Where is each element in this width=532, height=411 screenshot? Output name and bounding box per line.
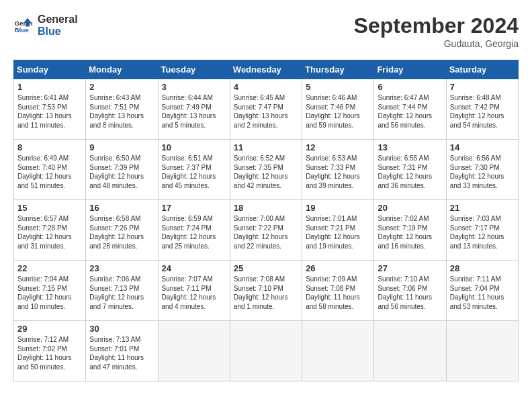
calendar-cell: 6Sunrise: 6:47 AMSunset: 7:44 PMDaylight…: [374, 79, 446, 140]
day-number: 1: [17, 82, 82, 92]
cell-text: Sunrise: 7:13 AMSunset: 7:01 PMDaylight:…: [89, 335, 154, 371]
day-number: 29: [17, 324, 82, 334]
calendar-cell: 9Sunrise: 6:50 AMSunset: 7:39 PMDaylight…: [86, 140, 158, 200]
calendar-cell: 11Sunrise: 6:52 AMSunset: 7:35 PMDayligh…: [230, 140, 302, 200]
calendar-cell: 21Sunrise: 7:03 AMSunset: 7:17 PMDayligh…: [446, 200, 518, 261]
col-header-wednesday: Wednesday: [230, 60, 302, 79]
calendar-cell: 22Sunrise: 7:04 AMSunset: 7:15 PMDayligh…: [14, 261, 86, 321]
calendar-cell: 18Sunrise: 7:00 AMSunset: 7:22 PMDayligh…: [230, 200, 302, 261]
day-number: 24: [162, 263, 226, 273]
day-number: 18: [234, 203, 298, 213]
day-number: 30: [89, 324, 154, 334]
calendar-cell: 30Sunrise: 7:13 AMSunset: 7:01 PMDayligh…: [86, 321, 158, 381]
title-block: September 2024 Gudauta, Georgia: [354, 13, 519, 49]
cell-text: Sunrise: 6:47 AMSunset: 7:44 PMDaylight:…: [378, 93, 442, 130]
cell-text: Sunrise: 6:51 AMSunset: 7:37 PMDaylight:…: [162, 154, 226, 190]
calendar-cell: 3Sunrise: 6:44 AMSunset: 7:49 PMDaylight…: [158, 79, 230, 140]
calendar-cell: [158, 321, 230, 381]
calendar-body: 1Sunrise: 6:41 AMSunset: 7:53 PMDaylight…: [14, 79, 519, 381]
cell-text: Sunrise: 7:10 AMSunset: 7:06 PMDaylight:…: [378, 275, 442, 311]
cell-text: Sunrise: 6:48 AMSunset: 7:42 PMDaylight:…: [450, 93, 515, 130]
page-header: General Blue General Blue September 2024…: [13, 13, 519, 49]
calendar-cell: 29Sunrise: 7:12 AMSunset: 7:02 PMDayligh…: [14, 321, 86, 381]
cell-text: Sunrise: 7:06 AMSunset: 7:13 PMDaylight:…: [89, 275, 154, 311]
calendar-cell: 5Sunrise: 6:46 AMSunset: 7:46 PMDaylight…: [302, 79, 374, 140]
cell-text: Sunrise: 6:45 AMSunset: 7:47 PMDaylight:…: [234, 93, 298, 130]
cell-text: Sunrise: 7:12 AMSunset: 7:02 PMDaylight:…: [17, 335, 82, 371]
day-number: 12: [306, 142, 370, 152]
day-number: 23: [89, 263, 154, 273]
calendar-table: SundayMondayTuesdayWednesdayThursdayFrid…: [13, 60, 519, 381]
cell-text: Sunrise: 7:01 AMSunset: 7:21 PMDaylight:…: [306, 214, 370, 250]
calendar-cell: 23Sunrise: 7:06 AMSunset: 7:13 PMDayligh…: [86, 261, 158, 321]
calendar-cell: 28Sunrise: 7:11 AMSunset: 7:04 PMDayligh…: [446, 261, 518, 321]
calendar-cell: 13Sunrise: 6:55 AMSunset: 7:31 PMDayligh…: [374, 140, 446, 200]
day-number: 19: [306, 203, 370, 213]
cell-text: Sunrise: 6:56 AMSunset: 7:30 PMDaylight:…: [450, 154, 515, 190]
month-title: September 2024: [354, 13, 519, 38]
logo-icon: General Blue: [13, 16, 32, 35]
day-number: 3: [162, 82, 226, 92]
cell-text: Sunrise: 6:58 AMSunset: 7:26 PMDaylight:…: [89, 214, 154, 250]
calendar-cell: 8Sunrise: 6:49 AMSunset: 7:40 PMDaylight…: [14, 140, 86, 200]
calendar-cell: 16Sunrise: 6:58 AMSunset: 7:26 PMDayligh…: [86, 200, 158, 261]
calendar-cell: 14Sunrise: 6:56 AMSunset: 7:30 PMDayligh…: [446, 140, 518, 200]
day-number: 4: [234, 82, 298, 92]
calendar-cell: 1Sunrise: 6:41 AMSunset: 7:53 PMDaylight…: [14, 79, 86, 140]
calendar-cell: 12Sunrise: 6:53 AMSunset: 7:33 PMDayligh…: [302, 140, 374, 200]
calendar-cell: 15Sunrise: 6:57 AMSunset: 7:28 PMDayligh…: [14, 200, 86, 261]
cell-text: Sunrise: 7:11 AMSunset: 7:04 PMDaylight:…: [450, 275, 515, 311]
day-number: 9: [89, 142, 154, 152]
cell-text: Sunrise: 6:46 AMSunset: 7:46 PMDaylight:…: [306, 93, 370, 130]
cell-text: Sunrise: 6:52 AMSunset: 7:35 PMDaylight:…: [234, 154, 298, 190]
week-row-2: 8Sunrise: 6:49 AMSunset: 7:40 PMDaylight…: [14, 140, 519, 200]
col-header-monday: Monday: [86, 60, 158, 79]
day-number: 25: [234, 263, 298, 273]
logo-text-general: General: [38, 13, 78, 26]
day-number: 17: [162, 203, 226, 213]
cell-text: Sunrise: 6:41 AMSunset: 7:53 PMDaylight:…: [17, 93, 82, 130]
calendar-cell: 10Sunrise: 6:51 AMSunset: 7:37 PMDayligh…: [158, 140, 230, 200]
day-number: 20: [378, 203, 442, 213]
cell-text: Sunrise: 6:59 AMSunset: 7:24 PMDaylight:…: [162, 214, 226, 250]
cell-text: Sunrise: 7:08 AMSunset: 7:10 PMDaylight:…: [234, 275, 298, 311]
calendar-cell: 4Sunrise: 6:45 AMSunset: 7:47 PMDaylight…: [230, 79, 302, 140]
svg-text:Blue: Blue: [14, 26, 29, 34]
col-header-saturday: Saturday: [446, 60, 518, 79]
day-number: 15: [17, 203, 82, 213]
calendar-cell: [374, 321, 446, 381]
calendar-cell: 24Sunrise: 7:07 AMSunset: 7:11 PMDayligh…: [158, 261, 230, 321]
week-row-1: 1Sunrise: 6:41 AMSunset: 7:53 PMDaylight…: [14, 79, 519, 140]
col-header-tuesday: Tuesday: [158, 60, 230, 79]
cell-text: Sunrise: 7:09 AMSunset: 7:08 PMDaylight:…: [306, 275, 370, 311]
day-number: 14: [450, 142, 515, 152]
day-number: 8: [17, 142, 82, 152]
col-header-thursday: Thursday: [302, 60, 374, 79]
day-number: 11: [234, 142, 298, 152]
calendar-header-row: SundayMondayTuesdayWednesdayThursdayFrid…: [14, 60, 519, 79]
col-header-sunday: Sunday: [14, 60, 86, 79]
cell-text: Sunrise: 7:03 AMSunset: 7:17 PMDaylight:…: [450, 214, 515, 250]
calendar-cell: 27Sunrise: 7:10 AMSunset: 7:06 PMDayligh…: [374, 261, 446, 321]
week-row-5: 29Sunrise: 7:12 AMSunset: 7:02 PMDayligh…: [14, 321, 519, 381]
calendar-cell: 2Sunrise: 6:43 AMSunset: 7:51 PMDaylight…: [86, 79, 158, 140]
day-number: 28: [450, 263, 515, 273]
location: Gudauta, Georgia: [354, 38, 519, 49]
day-number: 22: [17, 263, 82, 273]
cell-text: Sunrise: 6:55 AMSunset: 7:31 PMDaylight:…: [378, 154, 442, 190]
calendar-cell: [230, 321, 302, 381]
calendar-cell: [302, 321, 374, 381]
cell-text: Sunrise: 6:50 AMSunset: 7:39 PMDaylight:…: [89, 154, 154, 190]
calendar-cell: 25Sunrise: 7:08 AMSunset: 7:10 PMDayligh…: [230, 261, 302, 321]
calendar-cell: 19Sunrise: 7:01 AMSunset: 7:21 PMDayligh…: [302, 200, 374, 261]
day-number: 16: [89, 203, 154, 213]
day-number: 6: [378, 82, 442, 92]
day-number: 5: [306, 82, 370, 92]
calendar-cell: 17Sunrise: 6:59 AMSunset: 7:24 PMDayligh…: [158, 200, 230, 261]
day-number: 21: [450, 203, 515, 213]
cell-text: Sunrise: 7:02 AMSunset: 7:19 PMDaylight:…: [378, 214, 442, 250]
day-number: 2: [89, 82, 154, 92]
day-number: 10: [162, 142, 226, 152]
day-number: 13: [378, 142, 442, 152]
calendar-cell: 26Sunrise: 7:09 AMSunset: 7:08 PMDayligh…: [302, 261, 374, 321]
